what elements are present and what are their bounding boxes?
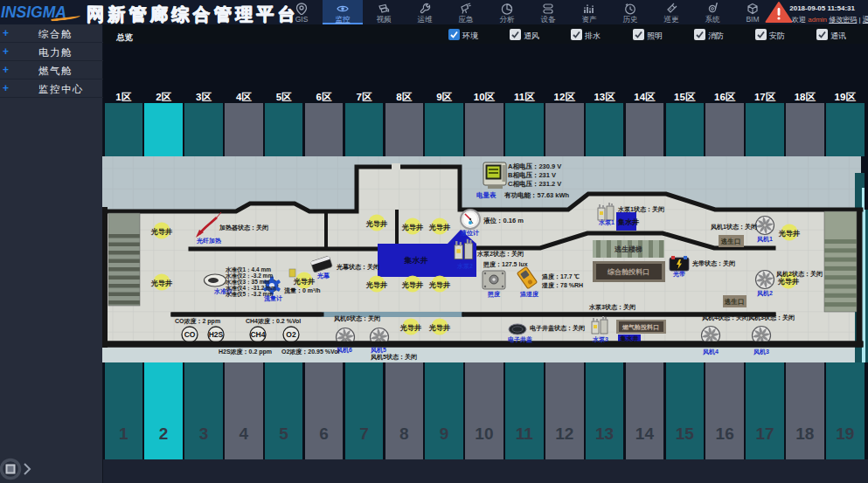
svg-text:CO浓度：2 ppm: CO浓度：2 ppm (175, 317, 220, 325)
svg-text:电子井盖状态：关闭: 电子井盖状态：关闭 (530, 324, 585, 332)
svg-text:电子井盖: 电子井盖 (508, 335, 532, 343)
svg-text:光导井: 光导井 (428, 224, 451, 231)
svg-text:光幕: 光幕 (316, 272, 330, 279)
svg-text:水泵1状态：关闭: 水泵1状态：关闭 (617, 205, 664, 213)
svg-text:风机1: 风机1 (756, 236, 773, 243)
svg-text:温度：17.7 ℃: 温度：17.7 ℃ (541, 273, 580, 280)
svg-text:光带: 光带 (672, 271, 685, 278)
svg-text:O2浓度：20.95 %Vol: O2浓度：20.95 %Vol (281, 348, 339, 355)
svg-text:集水井: 集水井 (620, 335, 639, 342)
svg-text:逃生口: 逃生口 (724, 298, 745, 306)
svg-text:风机1状态：关闭: 风机1状态：关闭 (710, 223, 757, 231)
svg-text:风机3状态：关闭: 风机3状态：关闭 (747, 314, 795, 321)
svg-text:光导井: 光导井 (401, 224, 424, 231)
svg-text:光导井: 光导井 (365, 281, 388, 289)
svg-text:CH4浓度：0.2 %Vol: CH4浓度：0.2 %Vol (246, 317, 301, 325)
svg-text:水泵2: 水泵2 (456, 263, 473, 270)
svg-text:风机2状态：关闭: 风机2状态：关闭 (775, 270, 823, 278)
svg-text:CH4: CH4 (250, 330, 265, 339)
svg-text:风机3: 风机3 (753, 348, 769, 355)
svg-text:照度：127.5 lux: 照度：127.5 lux (483, 260, 528, 268)
svg-text:风机4: 风机4 (702, 348, 719, 355)
svg-text:流量计: 流量计 (264, 294, 282, 302)
svg-text:光导井: 光导井 (150, 228, 173, 236)
svg-text:燃气舱投料口: 燃气舱投料口 (621, 324, 659, 331)
svg-text:光导井: 光导井 (777, 278, 800, 286)
svg-text:CO: CO (184, 330, 196, 339)
svg-text:电量表: 电量表 (476, 191, 496, 199)
svg-text:风机5: 风机5 (370, 347, 386, 354)
svg-text:C相电压：231.2 V: C相电压：231.2 V (508, 180, 561, 188)
svg-text:风机6状态：关闭: 风机6状态：关闭 (333, 314, 380, 322)
svg-text:水泵3: 水泵3 (592, 336, 608, 343)
svg-text:水泵3状态：关闭: 水泵3状态：关闭 (588, 303, 635, 311)
svg-text:B相电压：231 V: B相电压：231 V (508, 171, 556, 179)
svg-text:有功电能：57.63 kWh: 有功电能：57.63 kWh (503, 191, 570, 199)
svg-text:水泵1: 水泵1 (598, 219, 615, 226)
svg-text:A相电压：230.9 V: A相电压：230.9 V (508, 162, 561, 170)
svg-text:温湿度: 温湿度 (519, 290, 539, 298)
svg-text:水泵2状态：关闭: 水泵2状态：关闭 (476, 250, 524, 258)
svg-text:光导井: 光导井 (365, 220, 388, 228)
svg-text:湿度：78 %RH: 湿度：78 %RH (541, 281, 583, 289)
svg-text:风机4状态：关闭: 风机4状态：关闭 (701, 314, 748, 321)
svg-text:光导井: 光导井 (150, 279, 173, 287)
svg-text:光纤加热: 光纤加热 (196, 238, 221, 245)
svg-text:集水井: 集水井 (617, 218, 640, 226)
svg-text:光导井: 光导井 (428, 324, 451, 332)
svg-text:O2: O2 (286, 330, 296, 339)
svg-text:H2S: H2S (209, 330, 224, 339)
svg-text:光导井: 光导井 (428, 281, 451, 289)
svg-text:逃生楼梯: 逃生楼梯 (614, 245, 642, 253)
svg-text:H2S浓度：0.2 ppm: H2S浓度：0.2 ppm (219, 348, 272, 355)
svg-text:逃生口: 逃生口 (720, 238, 741, 245)
svg-text:光导井: 光导井 (401, 281, 424, 289)
svg-text:液位计: 液位计 (460, 229, 479, 237)
svg-text:光导井: 光导井 (293, 278, 316, 286)
svg-text:光导井: 光导井 (778, 230, 801, 238)
svg-text:风机5状态：关闭: 风机5状态：关闭 (370, 353, 417, 361)
svg-text:光幕状态：关闭: 光幕状态：关闭 (336, 263, 379, 271)
svg-text:加热器状态：关闭: 加热器状态：关闭 (219, 224, 268, 231)
svg-text:风机2: 风机2 (756, 290, 773, 297)
svg-text:集水井: 集水井 (404, 256, 428, 265)
svg-text:流量：0 m³/h: 流量：0 m³/h (284, 286, 321, 294)
svg-text:光带状态：关闭: 光带状态：关闭 (691, 259, 735, 267)
svg-text:光导井: 光导井 (399, 324, 422, 332)
svg-text:液位：0.16 m: 液位：0.16 m (483, 217, 524, 224)
svg-text:照度: 照度 (488, 290, 501, 298)
svg-text:综合舱投料口: 综合舱投料口 (607, 268, 649, 276)
